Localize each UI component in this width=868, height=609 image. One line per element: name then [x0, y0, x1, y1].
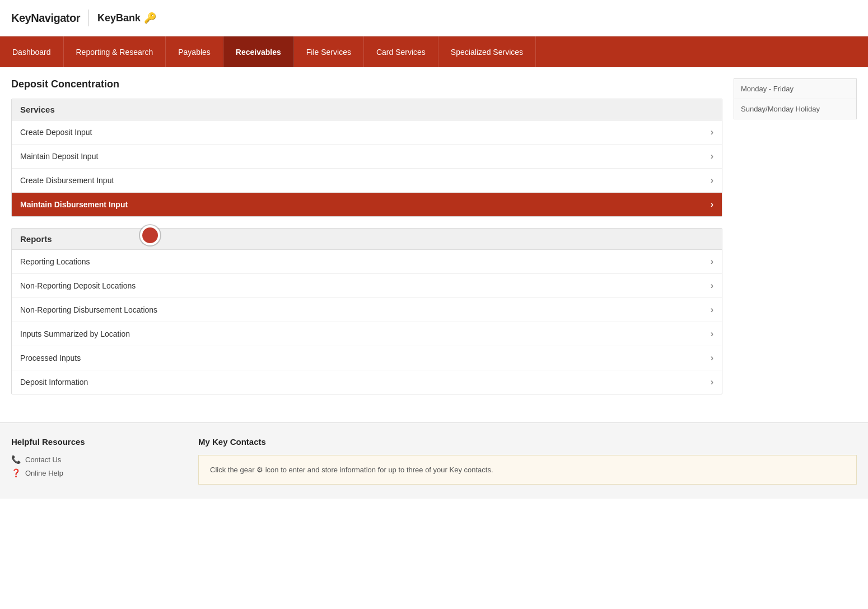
reports-item-label: Non-Reporting Disbursement Locations	[20, 305, 157, 314]
reports-item-label: Inputs Summarized by Location	[20, 329, 130, 338]
footer-links: 📞Contact Us❓Online Help	[11, 455, 176, 477]
my-key-contacts-title: My Key Contacts	[198, 437, 857, 447]
content-area: Deposit Concentration ServicesCreate Dep…	[11, 78, 722, 406]
reports-header: Reports	[12, 229, 722, 250]
chevron-icon: ›	[711, 281, 713, 291]
key-icon: 🔑	[144, 12, 156, 24]
footer-link-1[interactable]: ❓Online Help	[11, 468, 176, 477]
footer-link-0[interactable]: 📞Contact Us	[11, 455, 176, 464]
services-item-label: Create Deposit Input	[20, 128, 92, 137]
nav-item-file-services[interactable]: File Services	[294, 36, 364, 67]
chevron-icon: ›	[711, 329, 713, 339]
keybank-name: KeyBank	[97, 12, 141, 24]
services-item-label: Maintain Deposit Input	[20, 152, 98, 161]
cursor-indicator	[140, 225, 160, 245]
services-item-2[interactable]: Create Disbursement Input›	[12, 169, 722, 193]
chevron-icon: ›	[711, 151, 713, 161]
footer: Helpful Resources 📞Contact Us❓Online Hel…	[0, 422, 868, 499]
reports-item-label: Processed Inputs	[20, 354, 81, 362]
reports-item-0[interactable]: Reporting Locations›	[12, 250, 722, 274]
services-item-label: Create Disbursement Input	[20, 176, 114, 185]
brand-logo: KeyNavigator	[11, 12, 80, 25]
chevron-icon: ›	[711, 377, 713, 387]
my-key-contacts: My Key Contacts Click the gear ⚙ icon to…	[198, 437, 857, 485]
sidebar: Monday - FridaySunday/Monday Holiday	[734, 78, 857, 406]
reports-item-3[interactable]: Inputs Summarized by Location›	[12, 322, 722, 346]
services-item-1[interactable]: Maintain Deposit Input›	[12, 145, 722, 169]
chevron-icon: ›	[711, 353, 713, 363]
sidebar-item-1: Sunday/Monday Holiday	[734, 99, 856, 119]
nav-item-dashboard[interactable]: Dashboard	[0, 36, 64, 67]
logo-divider	[88, 10, 89, 26]
keybank-logo: KeyBank 🔑	[97, 12, 156, 24]
reports-item-5[interactable]: Deposit Information›	[12, 370, 722, 394]
services-item-label: Maintain Disbursement Input	[20, 200, 128, 209]
footer-link-icon-1: ❓	[11, 468, 21, 477]
services-item-0[interactable]: Create Deposit Input›	[12, 120, 722, 145]
reports-item-label: Non-Reporting Deposit Locations	[20, 281, 136, 290]
nav-item-reporting--research[interactable]: Reporting & Research	[64, 36, 166, 67]
reports-item-label: Deposit Information	[20, 378, 88, 387]
chevron-icon: ›	[711, 127, 713, 137]
helpful-resources: Helpful Resources 📞Contact Us❓Online Hel…	[11, 437, 176, 485]
sidebar-item-0: Monday - Friday	[734, 79, 856, 99]
footer-link-label-0: Contact Us	[25, 455, 61, 464]
nav-item-payables[interactable]: Payables	[166, 36, 223, 67]
contacts-box: Click the gear ⚙ icon to enter and store…	[198, 455, 857, 485]
header: KeyNavigator KeyBank 🔑	[0, 0, 868, 36]
sidebar-box: Monday - FridaySunday/Monday Holiday	[734, 78, 857, 119]
helpful-resources-title: Helpful Resources	[11, 437, 176, 447]
chevron-icon: ›	[711, 305, 713, 315]
reports-item-label: Reporting Locations	[20, 257, 90, 266]
reports-item-2[interactable]: Non-Reporting Disbursement Locations›	[12, 298, 722, 322]
main-content: Deposit Concentration ServicesCreate Dep…	[0, 67, 868, 417]
nav-item-card-services[interactable]: Card Services	[364, 36, 438, 67]
reports-item-1[interactable]: Non-Reporting Deposit Locations›	[12, 274, 722, 298]
nav-item-specialized-services[interactable]: Specialized Services	[438, 36, 536, 67]
nav-item-receivables[interactable]: Receivables	[223, 36, 294, 67]
chevron-icon: ›	[711, 199, 713, 210]
main-nav: DashboardReporting & ResearchPayablesRec…	[0, 36, 868, 67]
footer-link-label-1: Online Help	[25, 469, 63, 477]
page-title: Deposit Concentration	[11, 78, 722, 90]
reports-item-4[interactable]: Processed Inputs›	[12, 346, 722, 370]
footer-link-icon-0: 📞	[11, 455, 21, 464]
chevron-icon: ›	[711, 175, 713, 185]
services-item-3[interactable]: Maintain Disbursement Input›	[12, 193, 722, 216]
reports-section: ReportsReporting Locations›Non-Reporting…	[11, 228, 722, 394]
services-header: Services	[12, 99, 722, 120]
chevron-icon: ›	[711, 257, 713, 267]
services-section: ServicesCreate Deposit Input›Maintain De…	[11, 99, 722, 217]
